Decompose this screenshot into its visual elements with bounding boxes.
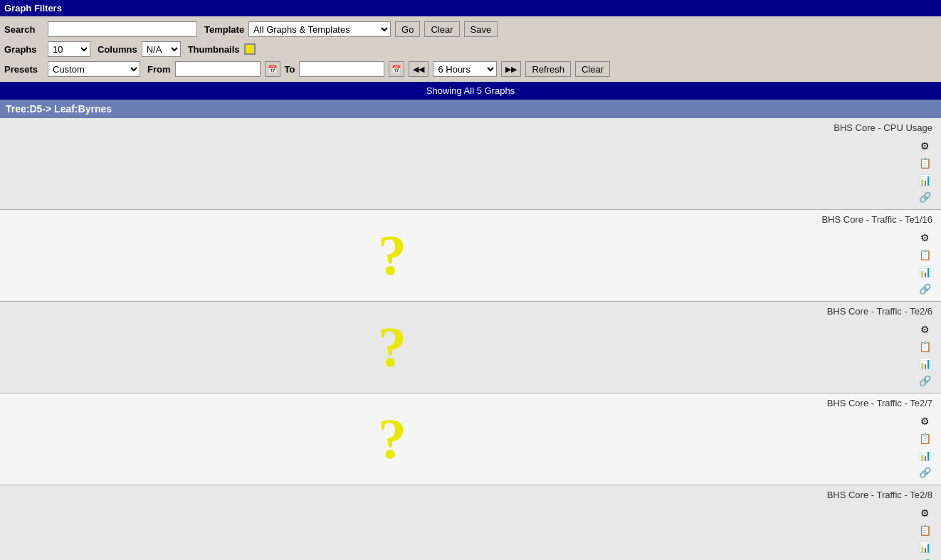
graphs-label: Graphs <box>4 44 43 55</box>
list-icon[interactable]: 📋 <box>917 247 932 263</box>
gear-icon[interactable]: ⚙ <box>917 505 932 521</box>
tree-header: Tree:D5-> Leaf:Byrnes <box>0 100 941 118</box>
graph-filters-title: Graph Filters <box>4 3 62 14</box>
from-input[interactable]: 2017-04-13 02:18 <box>175 61 261 77</box>
list-icon[interactable]: 📋 <box>917 430 932 446</box>
showing-top-text: Showing All 5 Graphs <box>426 85 515 96</box>
table-row: ?BHS Core - Traffic - Te2/6⚙📋📊🔗 <box>0 302 941 393</box>
export-icon[interactable]: 🔗 <box>917 189 932 205</box>
save-button[interactable]: Save <box>464 21 498 37</box>
chart-icon[interactable]: 📊 <box>917 448 932 463</box>
timespan-select[interactable]: 6 Hours <box>433 61 497 77</box>
thumbnails-label: Thumbnails <box>188 44 240 55</box>
presets-label: Presets <box>4 64 43 75</box>
graph-name: BHS Core - Traffic - Te1/16 <box>821 214 932 225</box>
table-row: BHS Core - CPU Usage⚙📋📊🔗 <box>0 118 941 210</box>
graphs-select[interactable]: 10 <box>48 41 90 57</box>
graph-image-area <box>6 502 779 559</box>
list-icon[interactable]: 📋 <box>917 339 932 354</box>
graph-name: BHS Core - CPU Usage <box>834 122 932 133</box>
graph-image-area <box>6 135 779 192</box>
table-row: BHS Core - Traffic - Te2/8⚙📋📊🔗 <box>0 485 941 560</box>
prev-timespan-button[interactable]: ◀◀ <box>409 61 429 77</box>
export-icon[interactable]: 🔗 <box>917 465 932 480</box>
to-label: To <box>285 64 295 75</box>
columns-label: Columns <box>98 44 137 55</box>
to-input[interactable]: 2017-04-13 08:18 <box>299 61 384 77</box>
graph-missing-indicator: ? <box>378 319 406 376</box>
export-icon[interactable]: 🔗 <box>917 556 932 560</box>
list-icon[interactable]: 📋 <box>917 522 932 538</box>
next-timespan-button[interactable]: ▶▶ <box>501 61 521 77</box>
showing-bar-top: Showing All 5 Graphs <box>0 82 941 100</box>
from-label: From <box>147 64 171 75</box>
graph-image-area: ? <box>6 227 779 284</box>
graph-missing-indicator: ? <box>378 411 406 467</box>
template-label: Template <box>204 24 244 35</box>
chart-icon[interactable]: 📊 <box>917 172 932 188</box>
clear2-button[interactable]: Clear <box>575 61 610 77</box>
graph-image-area: ? <box>6 411 779 467</box>
from-calendar-button[interactable]: 📅 <box>265 61 280 77</box>
chart-icon[interactable]: 📊 <box>917 264 932 280</box>
thumbnails-checkbox[interactable] <box>244 43 256 55</box>
graph-name: BHS Core - Traffic - Te2/7 <box>827 398 932 408</box>
template-select[interactable]: All Graphs & Templates <box>248 21 391 37</box>
gear-icon[interactable]: ⚙ <box>917 413 932 429</box>
to-calendar-button[interactable]: 📅 <box>389 61 404 77</box>
export-icon[interactable]: 🔗 <box>917 373 932 389</box>
filter-section: Search Template All Graphs & Templates G… <box>0 16 941 82</box>
refresh-button[interactable]: Refresh <box>525 61 571 77</box>
graph-name: BHS Core - Traffic - Te2/6 <box>827 306 932 317</box>
filter-row-3: Presets Custom From 2017-04-13 02:18 📅 T… <box>4 59 937 79</box>
gear-icon[interactable]: ⚙ <box>917 138 932 154</box>
graph-image-area: ? <box>6 319 779 376</box>
filter-row-1: Search Template All Graphs & Templates G… <box>4 19 937 39</box>
table-row: ?BHS Core - Traffic - Te1/16⚙📋📊🔗 <box>0 210 941 302</box>
graph-missing-indicator: ? <box>378 227 406 284</box>
list-icon[interactable]: 📋 <box>917 155 932 171</box>
columns-select[interactable]: N/A <box>142 41 181 57</box>
gear-icon[interactable]: ⚙ <box>917 322 932 337</box>
gear-icon[interactable]: ⚙ <box>917 230 932 245</box>
graph-name: BHS Core - Traffic - Te2/8 <box>827 490 932 500</box>
go-button[interactable]: Go <box>395 21 420 37</box>
search-input[interactable] <box>48 21 197 37</box>
chart-icon[interactable]: 📊 <box>917 356 932 371</box>
graphs-container: BHS Core - CPU Usage⚙📋📊🔗?BHS Core - Traf… <box>0 118 941 560</box>
graph-filters-header: Graph Filters <box>0 0 941 16</box>
export-icon[interactable]: 🔗 <box>917 281 932 297</box>
search-label: Search <box>4 24 43 35</box>
filter-row-2: Graphs 10 Columns N/A Thumbnails <box>4 39 937 59</box>
presets-select[interactable]: Custom <box>48 61 140 77</box>
table-row: ?BHS Core - Traffic - Te2/7⚙📋📊🔗 <box>0 393 941 485</box>
clear-button[interactable]: Clear <box>424 21 459 37</box>
tree-header-text: Tree:D5-> Leaf:Byrnes <box>6 103 112 115</box>
chart-icon[interactable]: 📊 <box>917 539 932 555</box>
